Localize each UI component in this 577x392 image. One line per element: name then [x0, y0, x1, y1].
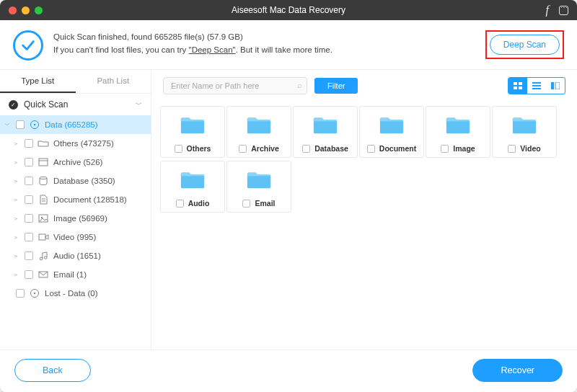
folder-card[interactable]: Video: [492, 106, 557, 158]
scan-status-text: Quick Scan finished, found 665285 file(s…: [53, 30, 478, 57]
tree-item-video[interactable]: ＞Video (995): [0, 228, 151, 246]
folder-checkbox[interactable]: [508, 145, 516, 153]
chevron-icon[interactable]: ＞: [12, 271, 20, 279]
maximize-window-button[interactable]: [35, 6, 43, 14]
folder-checkbox[interactable]: [441, 145, 449, 153]
chevron-icon[interactable]: ＞: [12, 140, 20, 148]
folder-label: Document: [379, 144, 416, 153]
back-button[interactable]: Back: [14, 359, 91, 382]
tree-item-document[interactable]: ＞Document (128518): [0, 190, 151, 209]
folder-checkbox[interactable]: [175, 145, 182, 153]
archive-icon: [38, 157, 49, 167]
chevron-icon[interactable]: ﹀: [3, 121, 12, 129]
tree-item-disk[interactable]: Lost - Data (0): [0, 284, 151, 303]
folder-label: Audio: [188, 199, 210, 208]
folder-checkbox[interactable]: [367, 145, 375, 153]
folder-label: Database: [314, 144, 348, 153]
checkbox[interactable]: [25, 139, 33, 148]
checkbox[interactable]: [25, 158, 33, 166]
svg-point-10: [40, 257, 43, 260]
folder-checkbox[interactable]: [239, 145, 247, 153]
tree-item-label: Image (56969): [53, 214, 107, 223]
video-icon: [38, 232, 49, 242]
tab-type-list[interactable]: Type List: [0, 70, 76, 93]
checkbox[interactable]: [25, 233, 33, 241]
tree-item-archive[interactable]: ＞Archive (526): [0, 153, 151, 172]
folder-card[interactable]: Audio: [160, 161, 225, 213]
document-icon: [38, 195, 49, 205]
folder-icon: [444, 114, 472, 138]
deep-scan-button[interactable]: Deep Scan: [490, 35, 560, 55]
quick-scan-row[interactable]: ✓ Quick Scan ﹀: [0, 94, 151, 115]
tree-item-audio[interactable]: ＞Audio (1651): [0, 246, 151, 265]
folder-card[interactable]: Archive: [226, 106, 291, 158]
tab-path-list[interactable]: Path List: [76, 70, 151, 93]
tree-item-label: Database (3350): [53, 177, 115, 185]
checkbox[interactable]: [25, 177, 33, 185]
filter-button[interactable]: Filter: [314, 78, 358, 94]
disk-icon: [29, 288, 40, 298]
folder-icon: [179, 169, 206, 193]
checkbox[interactable]: [25, 251, 33, 260]
folder-card[interactable]: Others: [160, 106, 225, 158]
chevron-icon[interactable]: ＞: [12, 215, 20, 223]
folder-checkbox[interactable]: [302, 145, 310, 153]
close-window-button[interactable]: [9, 6, 17, 14]
check-icon: ✓: [9, 100, 18, 110]
folder-label: Video: [520, 144, 540, 153]
tree-item-disk[interactable]: ﹀Data (665285): [0, 115, 151, 134]
svg-point-11: [44, 257, 47, 259]
checkmark-badge-icon: [13, 30, 43, 61]
chevron-icon[interactable]: ＞: [12, 252, 20, 260]
quick-scan-label: Quick Scan: [24, 99, 68, 110]
folder-card[interactable]: Document: [359, 106, 424, 158]
chevron-icon[interactable]: ＞: [12, 233, 20, 241]
checkbox[interactable]: [16, 120, 25, 129]
svg-rect-19: [532, 82, 541, 84]
view-list-button[interactable]: [527, 78, 546, 94]
folder-icon: [38, 138, 49, 148]
chevron-icon[interactable]: ＞: [12, 177, 20, 185]
svg-point-14: [34, 293, 35, 294]
folder-icon: [312, 114, 339, 138]
search-icon[interactable]: ⌕: [297, 81, 302, 89]
view-detail-button[interactable]: [546, 78, 565, 94]
hint-prefix: If you can't find lost files, you can tr…: [53, 45, 189, 54]
checkbox[interactable]: [25, 195, 33, 204]
checkbox[interactable]: [25, 270, 33, 279]
tree-item-email[interactable]: ＞Email (1): [0, 265, 151, 284]
checkbox[interactable]: [16, 289, 25, 298]
facebook-icon[interactable]: f: [546, 4, 549, 17]
svg-rect-18: [519, 86, 522, 89]
disk-icon: [29, 120, 40, 130]
view-grid-button[interactable]: [508, 78, 527, 94]
tree-item-database[interactable]: ＞Database (3350): [0, 172, 151, 190]
deep-scan-link[interactable]: "Deep Scan": [189, 45, 236, 54]
chevron-down-icon[interactable]: ﹀: [136, 100, 142, 110]
tree-item-label: Archive (526): [53, 158, 102, 166]
folder-checkbox[interactable]: [176, 200, 184, 208]
folder-card[interactable]: Image: [426, 106, 490, 158]
feedback-icon[interactable]: [559, 6, 568, 15]
minimize-window-button[interactable]: [22, 6, 30, 14]
sidebar: Type List Path List ✓ Quick Scan ﹀ ﹀Data…: [0, 70, 151, 349]
search-input[interactable]: [163, 77, 307, 94]
tree-item-label: Audio (1651): [53, 251, 101, 260]
folder-checkbox[interactable]: [242, 200, 250, 208]
checkbox[interactable]: [25, 214, 33, 223]
tree-item-image[interactable]: ＞Image (56969): [0, 209, 151, 228]
main-body: Type List Path List ✓ Quick Scan ﹀ ﹀Data…: [0, 70, 577, 349]
hint-suffix: . But it will take more time.: [236, 45, 332, 54]
folder-icon: [179, 114, 206, 138]
window-controls: [9, 6, 43, 14]
folder-card[interactable]: Database: [293, 106, 358, 158]
search-wrapper: ⌕: [163, 77, 307, 94]
chevron-icon[interactable]: ＞: [12, 159, 20, 166]
recover-button[interactable]: Recover: [472, 359, 563, 382]
folder-card[interactable]: Email: [226, 161, 291, 213]
tree-item-folder[interactable]: ＞Others (473275): [0, 134, 151, 153]
status-size: (57.9 GB): [205, 32, 243, 41]
svg-rect-22: [551, 82, 554, 89]
app-window: Aiseesoft Mac Data Recovery f Quick Scan…: [0, 0, 577, 392]
chevron-icon[interactable]: ＞: [12, 196, 20, 204]
